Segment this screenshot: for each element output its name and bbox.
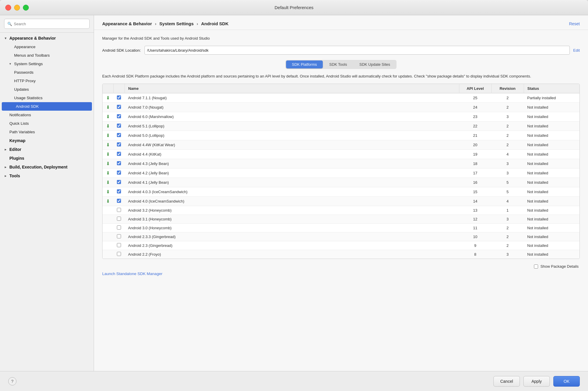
- ok-button[interactable]: OK: [553, 376, 580, 387]
- main-panel: Appearance & Behavior › System Settings …: [94, 15, 588, 371]
- col-header-api: API Level: [459, 84, 491, 93]
- download-icon: ⬇: [106, 152, 110, 157]
- row-checkbox[interactable]: [117, 199, 121, 203]
- table-row: ⬇Android 4.0 (IceCreamSandwich)144Not in…: [103, 197, 579, 206]
- status-cell: Not installed: [524, 187, 579, 197]
- col-header-status: Status: [524, 84, 579, 93]
- row-checkbox[interactable]: [117, 252, 121, 256]
- sidebar-item-editor[interactable]: Editor: [0, 145, 94, 154]
- api-level-cell: 11: [459, 224, 491, 232]
- row-checkbox[interactable]: [117, 180, 121, 184]
- cancel-button[interactable]: Cancel: [493, 376, 520, 387]
- search-input[interactable]: [14, 22, 86, 26]
- status-cell: Not installed: [524, 241, 579, 250]
- row-checkbox[interactable]: [117, 189, 121, 193]
- row-checkbox[interactable]: [117, 95, 121, 100]
- sidebar-item-label: Build, Execution, Deployment: [9, 165, 68, 169]
- row-checkbox[interactable]: [117, 124, 121, 128]
- download-icon-cell: [103, 250, 113, 259]
- show-package-checkbox[interactable]: [534, 264, 538, 269]
- sidebar-item-usage-statistics[interactable]: Usage Statistics: [0, 94, 94, 102]
- edit-link[interactable]: Edit: [573, 48, 580, 53]
- help-button[interactable]: ?: [8, 377, 16, 385]
- sdk-name-cell: Android 3.2 (Honeycomb): [125, 206, 459, 215]
- maximize-button[interactable]: [23, 5, 29, 11]
- status-cell: Not installed: [524, 232, 579, 241]
- table-row: ⬇Android 5.1 (Lollipop)222Not installed: [103, 122, 579, 131]
- checkbox-cell: [113, 241, 125, 250]
- sidebar-item-menus-toolbars[interactable]: Menus and Toolbars: [0, 51, 94, 60]
- download-icon-cell: [103, 215, 113, 224]
- sidebar-item-updates[interactable]: Updates: [0, 85, 94, 94]
- sidebar-item-http-proxy[interactable]: HTTP Proxy: [0, 77, 94, 85]
- row-checkbox[interactable]: [117, 161, 121, 165]
- download-icon: ⬇: [106, 189, 110, 194]
- download-icon-cell: [103, 241, 113, 250]
- status-cell: Not installed: [524, 150, 579, 159]
- bottom-bar: ? Cancel Apply OK: [0, 371, 588, 391]
- search-container: 🔍: [0, 15, 94, 33]
- row-checkbox[interactable]: [117, 234, 121, 238]
- revision-cell: 2: [491, 122, 524, 131]
- checkbox-cell: [113, 122, 125, 131]
- sidebar-item-keymap[interactable]: Keymap: [0, 136, 94, 145]
- row-checkbox[interactable]: [117, 142, 121, 146]
- sidebar-item-notifications[interactable]: Notifications: [0, 111, 94, 119]
- checkbox-cell: [113, 93, 125, 103]
- panel-body: Manager for the Android SDK and Tools us…: [94, 30, 588, 371]
- row-checkbox[interactable]: [117, 171, 121, 175]
- row-checkbox[interactable]: [117, 133, 121, 137]
- apply-button[interactable]: Apply: [523, 376, 550, 387]
- sidebar-item-appearance[interactable]: Appearance: [0, 43, 94, 51]
- sidebar-item-passwords[interactable]: Passwords: [0, 68, 94, 77]
- row-checkbox[interactable]: [117, 225, 121, 230]
- download-icon: ⬇: [106, 105, 110, 110]
- sidebar-item-path-variables[interactable]: Path Variables: [0, 128, 94, 136]
- breadcrumb: Appearance & Behavior › System Settings …: [102, 21, 229, 26]
- tab-sdk-update-sites[interactable]: SDK Update Sites: [353, 60, 396, 68]
- sdk-name-cell: Android 4.0.3 (IceCreamSandwich): [125, 187, 459, 197]
- row-checkbox[interactable]: [117, 243, 121, 247]
- sdk-name-cell: Android 6.0 (Marshmallow): [125, 112, 459, 122]
- sidebar-item-label: Path Variables: [9, 130, 35, 134]
- window-title: Default Preferences: [275, 5, 314, 10]
- table-row: Android 2.3.3 (Gingerbread)102Not instal…: [103, 232, 579, 241]
- sdk-name-cell: Android 2.3.3 (Gingerbread): [125, 232, 459, 241]
- breadcrumb-part2: System Settings: [159, 21, 194, 26]
- arrow-icon: [9, 62, 13, 66]
- launch-sdk-manager-link[interactable]: Launch Standalone SDK Manager: [102, 272, 162, 276]
- reset-button[interactable]: Reset: [569, 21, 580, 26]
- sidebar-item-tools[interactable]: Tools: [0, 171, 94, 180]
- table-description: Each Android SDK Platform package includ…: [102, 74, 580, 79]
- status-cell: Not installed: [524, 197, 579, 206]
- table-row: Android 2.3 (Gingerbread)92Not installed: [103, 241, 579, 250]
- tab-sdk-tools[interactable]: SDK Tools: [323, 60, 353, 68]
- sdk-name-cell: Android 5.1 (Lollipop): [125, 122, 459, 131]
- search-box[interactable]: 🔍: [4, 19, 90, 29]
- row-checkbox[interactable]: [117, 105, 121, 109]
- api-level-cell: 24: [459, 103, 491, 112]
- sidebar-item-android-sdk[interactable]: Android SDK: [2, 102, 92, 111]
- sidebar-item-quick-lists[interactable]: Quick Lists: [0, 119, 94, 128]
- sidebar-item-build-exec[interactable]: Build, Execution, Deployment: [0, 163, 94, 171]
- api-level-cell: 18: [459, 159, 491, 168]
- sidebar-item-appearance-behavior[interactable]: Appearance & Behavior: [0, 34, 94, 43]
- row-checkbox[interactable]: [117, 208, 121, 212]
- close-button[interactable]: [5, 5, 11, 11]
- sidebar-item-system-settings[interactable]: System Settings: [0, 60, 94, 68]
- sidebar-item-label: Usage Statistics: [14, 96, 43, 100]
- sidebar-item-label: Plugins: [9, 156, 24, 161]
- row-checkbox[interactable]: [117, 114, 121, 118]
- sidebar-item-plugins[interactable]: Plugins: [0, 154, 94, 163]
- sdk-location-input[interactable]: [145, 46, 570, 55]
- sidebar-item-label: Android SDK: [16, 104, 39, 109]
- sidebar-item-label: Appearance & Behavior: [9, 36, 56, 41]
- revision-cell: 2: [491, 140, 524, 150]
- row-checkbox[interactable]: [117, 217, 121, 221]
- sdk-name-cell: Android 2.2 (Froyo): [125, 250, 459, 259]
- tab-sdk-platforms[interactable]: SDK Platforms: [286, 60, 323, 68]
- row-checkbox[interactable]: [117, 152, 121, 156]
- main-window: Default Preferences 🔍 Appearance & Behav…: [0, 0, 588, 391]
- minimize-button[interactable]: [14, 5, 20, 11]
- revision-cell: 4: [491, 150, 524, 159]
